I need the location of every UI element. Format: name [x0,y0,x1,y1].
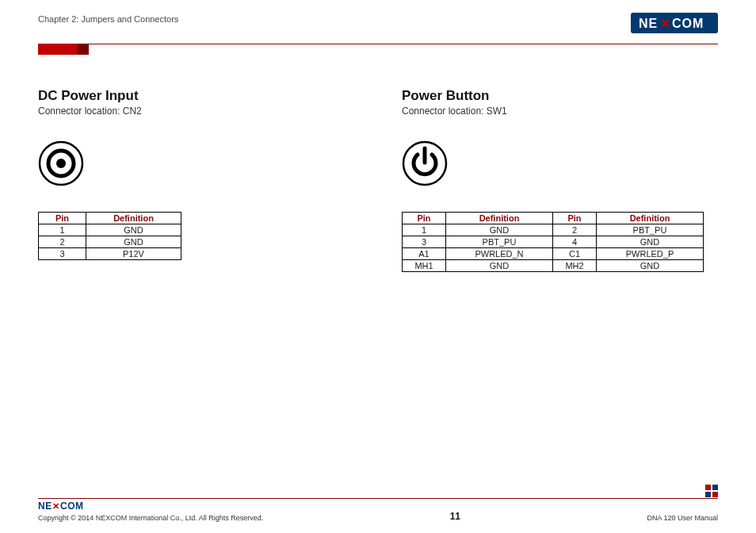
section-power-button: Power Button Connector location: SW1 Pin… [402,88,718,272]
header-tab-accent [38,44,78,55]
svg-text:NE: NE [38,500,52,512]
table-row: 3 P12V [39,248,181,260]
pin-table-right: Pin Definition Pin Definition 1 GND 2 PB… [402,212,704,272]
table-header: Definition [446,213,553,224]
table-header: Pin [553,213,597,224]
nexcom-logo-top: NE ✕ COM [631,13,718,36]
header-divider [38,44,718,44]
table-header: Definition [86,213,181,224]
section-subtitle-right: Connector location: SW1 [402,105,718,117]
table-row: 1 GND [39,224,181,236]
table-row: 3 PBT_PU 4 GND [403,236,704,248]
table-header: Definition [597,213,704,224]
svg-rect-11 [705,492,711,497]
section-title-left: DC Power Input [38,88,354,104]
nexcom-logo-footer: NE ✕ COM [38,500,263,513]
footer-divider [38,498,718,499]
svg-text:✕: ✕ [52,501,59,511]
doc-title-footer: DNA 120 User Manual [647,514,718,522]
svg-rect-10 [712,485,718,490]
power-icon [402,140,718,212]
table-row: 2 GND [39,236,181,248]
page-number: 11 [450,511,460,522]
breadcrumb: Chapter 2: Jumpers and Connectors [38,14,178,24]
svg-text:COM: COM [60,500,84,512]
svg-point-6 [56,159,66,168]
section-subtitle-left: Connector location: CN2 [38,105,354,117]
table-row: A1 PWRLED_N C1 PWRLED_P [403,248,704,260]
table-row: 1 GND 2 PBT_PU [403,224,704,236]
copyright-text: Copyright © 2014 NEXCOM International Co… [38,514,263,522]
svg-text:NE: NE [639,17,658,30]
table-header: Pin [403,213,446,224]
table-header: Pin [39,213,86,224]
svg-text:COM: COM [672,17,704,30]
svg-text:✕: ✕ [660,17,670,30]
svg-rect-9 [705,485,711,490]
section-dc-power-input: DC Power Input Connector location: CN2 P… [38,88,354,272]
dc-jack-icon [38,140,354,212]
section-title-right: Power Button [402,88,718,104]
table-row: MH1 GND MH2 GND [403,260,704,272]
pin-table-left: Pin Definition 1 GND 2 GND 3 P12V [38,212,181,260]
svg-rect-12 [712,492,718,497]
